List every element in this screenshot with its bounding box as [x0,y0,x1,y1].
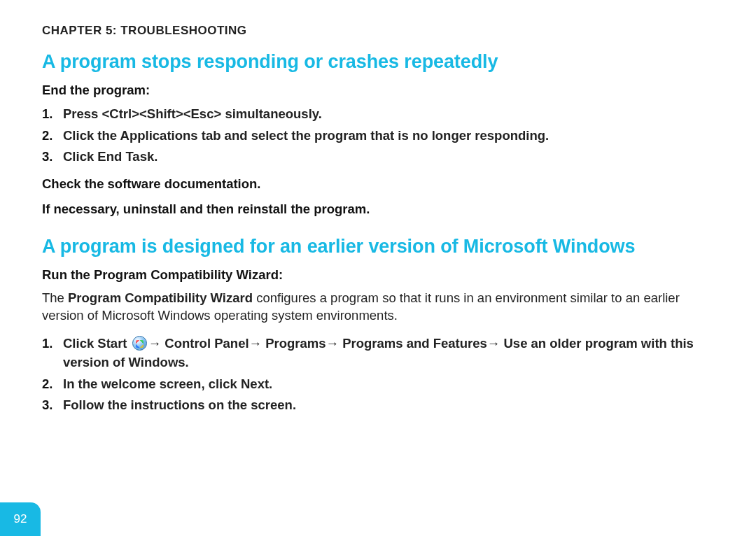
subheading-end-program: End the program: [42,83,714,98]
bold-text: Next [241,376,269,391]
step-item: Press <Ctrl><Shift><Esc> simultaneously. [42,105,714,124]
page-number-tab: 92 [0,502,41,536]
page-number: 92 [14,512,27,526]
step-text: In the welcome screen, click [63,376,241,391]
subheading-run-wizard: Run the Program Compatibility Wizard: [42,267,714,283]
bold-text: End Task [97,149,154,164]
text: The [42,290,68,305]
section-heading-crashes: A program stops responding or crashes re… [42,50,714,74]
step-text: . [269,376,272,391]
step-item: In the welcome screen, click Next. [42,375,714,394]
bold-text: Program Compatibility Wizard [68,290,253,305]
bold-text: → Control Panel→ Programs→ Programs and … [63,336,694,369]
steps-end-program: Press <Ctrl><Shift><Esc> simultaneously.… [42,105,714,167]
windows-start-orb-icon [132,336,147,351]
paragraph-compat-desc: The Program Compatibility Wizard configu… [42,290,714,325]
document-page: CHAPTER 5: TROUBLESHOOTING A program sto… [0,0,756,536]
step-text: Click [63,149,97,164]
subheading-check-docs: Check the software documentation. [42,176,714,192]
step-text: . [186,355,189,369]
step-text: tab and select the program that is no lo… [198,128,550,143]
step-text: Press <Ctrl><Shift><Esc> simultaneously. [63,106,322,121]
steps-compat-wizard: Click Start → Control Panel→ Programs→ P… [42,334,714,415]
bold-text: Applications [120,128,198,143]
step-item: Click End Task. [42,148,714,167]
subheading-reinstall: If necessary, uninstall and then reinsta… [42,202,714,217]
bold-text: Start [97,336,130,351]
chapter-label: CHAPTER 5: TROUBLESHOOTING [42,24,714,38]
step-item: Click Start → Control Panel→ Programs→ P… [42,334,714,372]
section-heading-compat: A program is designed for an earlier ver… [42,235,714,259]
step-text: . [154,149,158,164]
step-text: Click [63,336,97,351]
step-text: Click the [63,128,120,143]
step-item: Click the Applications tab and select th… [42,127,714,146]
step-item: Follow the instructions on the screen. [42,396,714,415]
step-text: Follow the instructions on the screen. [63,397,296,412]
